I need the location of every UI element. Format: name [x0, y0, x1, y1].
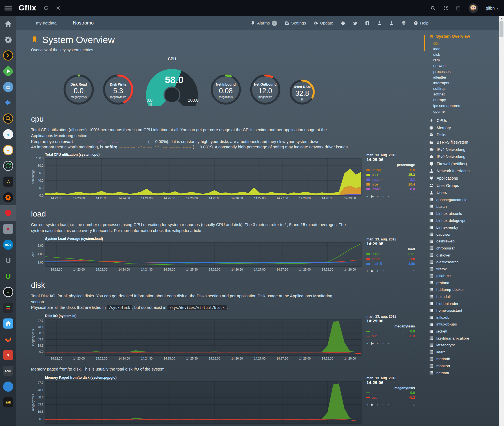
chart-pan-forward-icon[interactable]: »: [377, 403, 379, 407]
menu-section-memory[interactable]: Memory: [426, 124, 499, 131]
menu-app-binhex-emby[interactable]: binhex-emby: [426, 224, 499, 231]
cpu-utilization-chart[interactable]: Total CPU utilization (system.cpu)14:22:…: [31, 153, 415, 202]
navbar-twitter-icon[interactable]: [353, 21, 357, 25]
menu-app-jackett[interactable]: jackett: [426, 328, 499, 335]
sidebar-app-nextcloud-icon[interactable]: oOo: [0, 237, 16, 253]
menu-app-hddtemp-docker[interactable]: hddtemp-docker: [426, 286, 499, 293]
system-load-chart[interactable]: System Load Average (system.load)14:22:3…: [31, 237, 415, 273]
menu-app-heimdall[interactable]: heimdall: [426, 293, 499, 300]
menu-sub-processes[interactable]: processes: [426, 69, 499, 74]
net-inbound-gauge[interactable]: Net Inbound0.08megabits/s: [209, 73, 242, 107]
softirq-sparkline[interactable]: [119, 145, 191, 149]
changelog-icon[interactable]: [456, 6, 461, 11]
app-logo[interactable]: Gflix: [19, 4, 36, 12]
legend-item-in[interactable]: in0.0: [366, 329, 415, 334]
legend-item-iowait[interactable]: iowait0.0: [366, 187, 415, 191]
legend-item-out[interactable]: out-5.3: [366, 334, 415, 338]
legend-item-user[interactable]: user35.3: [366, 172, 415, 177]
sidebar-app-home-assistant-icon[interactable]: [0, 316, 16, 331]
menu-app-binhex-airsonic[interactable]: binhex-airsonic: [426, 210, 499, 217]
menu-sub-idlejitter[interactable]: idlejitter: [426, 74, 499, 80]
sidebar-app-app-green-magnet-icon[interactable]: U: [0, 268, 16, 284]
sidebar-app-calibre-web-icon[interactable]: ▤: [0, 79, 16, 95]
search-icon[interactable]: [430, 6, 436, 11]
menu-sub-network[interactable]: network: [426, 63, 499, 69]
sidebar-app-gitlab-icon[interactable]: [0, 331, 16, 347]
menu-app-mariadb[interactable]: mariadb: [426, 356, 499, 363]
chart-zoom-in-icon[interactable]: ＋: [381, 268, 385, 273]
menu-section-ipv4-networking[interactable]: IPv4 Networking: [426, 146, 499, 153]
page-scrollbar[interactable]: ▲: [499, 16, 504, 426]
chart-resize-handle[interactable]: ↕: [413, 269, 415, 273]
avatar[interactable]: [468, 3, 478, 13]
navbar-load-snapshot-icon[interactable]: [389, 21, 394, 25]
navbar-settings[interactable]: Settings: [285, 21, 306, 25]
chart-zoom-in-icon[interactable]: ＋: [381, 402, 385, 407]
menu-sub-entropy[interactable]: entropy: [426, 97, 499, 103]
sidebar-app-unifi-icon[interactable]: U: [0, 253, 16, 268]
chart-play-icon[interactable]: ▶: [371, 194, 374, 198]
chart-pan-back-icon[interactable]: «: [366, 269, 368, 273]
scrollbar-thumb[interactable]: [499, 21, 503, 37]
navbar-print-icon[interactable]: [401, 21, 406, 25]
menu-icon[interactable]: [5, 5, 12, 12]
close-icon[interactable]: [56, 6, 61, 10]
menu-app-lidarr[interactable]: lidarr: [426, 349, 499, 356]
menu-section-applications[interactable]: Applications: [426, 175, 499, 182]
fullscreen-icon[interactable]: [443, 6, 448, 11]
menu-sub-disk[interactable]: disk: [426, 52, 499, 57]
chart-resize-handle[interactable]: ↕: [413, 402, 415, 407]
navbar-facebook-icon[interactable]: [365, 21, 370, 25]
sidebar-app-home-icon[interactable]: [0, 16, 16, 32]
menu-sub-uptime[interactable]: uptime: [426, 108, 499, 114]
sidebar-app-airsonic-icon[interactable]: [0, 95, 16, 111]
disk-io-chart[interactable]: Disk I/O (system.io)14:22:3014:23:0014:2…: [31, 314, 415, 362]
menu-app-netdata[interactable]: netdata: [426, 369, 499, 376]
chart-pan-back-icon[interactable]: «: [366, 194, 368, 198]
menu-app-grafana[interactable]: grafana: [426, 279, 499, 286]
legend-item-nice[interactable]: nice20.4: [366, 182, 415, 187]
menu-app-influxdb-ups[interactable]: influxdb-ups: [426, 321, 499, 328]
cpu-gauge[interactable]: CPU58.00.0100.0%: [141, 57, 203, 107]
menu-app-influxdb[interactable]: influxdb: [426, 314, 499, 321]
disk-write-gauge[interactable]: Disk Write5.3megabytes/s: [101, 73, 135, 107]
sidebar-app-app-blue-sphere-icon[interactable]: [0, 379, 16, 394]
sidebar-app-jackett-icon[interactable]: [0, 111, 16, 126]
sidebar-app-netdata-icon[interactable]: [0, 205, 16, 221]
server-dropdown[interactable]: my-netdata: [36, 21, 61, 25]
menu-app-lazylibrarian-calibre[interactable]: lazylibrarian-calibre: [426, 335, 499, 342]
chart-zoom-out-icon[interactable]: −: [388, 403, 390, 407]
navbar-alarms[interactable]: Alarms2: [251, 21, 277, 26]
chart-resize-handle[interactable]: ↕: [413, 341, 415, 345]
navbar-update[interactable]: Update: [313, 21, 333, 25]
legend-item-softirq[interactable]: softirq0.0: [366, 168, 415, 172]
sidebar-app-app-green-ring-icon[interactable]: [0, 158, 16, 174]
menu-section-ipv6-networking[interactable]: IPv6 Networking: [426, 153, 499, 160]
used-ram-gauge[interactable]: Used RAM32.8%: [288, 78, 316, 107]
menu-sub-softirqs[interactable]: softirqs: [426, 86, 499, 92]
menu-section-cpus[interactable]: CPUs: [426, 117, 499, 124]
chart-play-icon[interactable]: ▶: [371, 403, 374, 407]
sidebar-app-sabnzbd-icon[interactable]: sab: [0, 394, 16, 410]
menu-section-user-groups[interactable]: User Groups: [426, 182, 499, 189]
sidebar-app-grafana-icon[interactable]: [0, 189, 16, 205]
menu-section-users[interactable]: Users: [426, 189, 499, 196]
sidebar-app-settings-icon[interactable]: [0, 32, 16, 48]
chart-pan-forward-icon[interactable]: »: [377, 194, 379, 198]
menu-app-monitorr[interactable]: monitorr: [426, 362, 499, 369]
legend-item-system[interactable]: system2.3: [366, 177, 415, 182]
menu-sub-cpu[interactable]: cpu: [426, 40, 499, 46]
chart-zoom-out-icon[interactable]: −: [388, 194, 390, 198]
net-outbound-gauge[interactable]: Net Outbound12.0megabits/s: [249, 73, 282, 107]
menu-section-network-interfaces[interactable]: Network Interfaces: [426, 168, 499, 175]
menu-app-bazarr[interactable]: bazarr: [426, 203, 499, 210]
scrollbar-up-arrow[interactable]: ▲: [500, 16, 503, 20]
chart-pan-forward-icon[interactable]: »: [377, 341, 379, 345]
sidebar-app-app-red-tile-icon[interactable]: ▾: [0, 347, 16, 363]
legend-item-in[interactable]: in0.0: [366, 391, 415, 395]
sidebar-app-emby-icon[interactable]: [0, 63, 16, 79]
legend-item-load1[interactable]: load16.51: [366, 252, 415, 257]
menu-app-firefox[interactable]: firefox: [426, 266, 499, 273]
menu-sub-load[interactable]: load: [426, 46, 499, 52]
menu-section-firewall-netfilter-[interactable]: Firewall (netfilter): [426, 160, 499, 168]
